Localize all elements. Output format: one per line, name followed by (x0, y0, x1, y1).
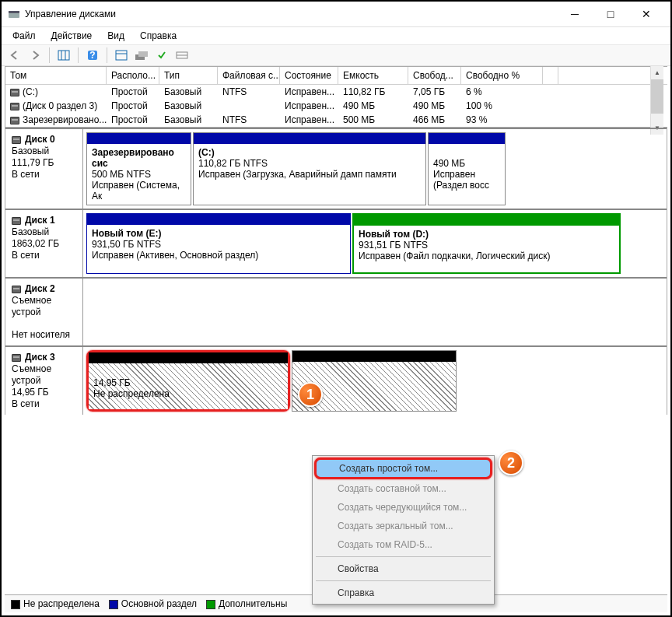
partition[interactable]: (C:)110,82 ГБ NTFSИсправен (Загрузка, Ав… (193, 132, 426, 205)
disk-label[interactable]: Диск 0Базовый111,79 ГБВ сети (5, 129, 83, 209)
col-layout[interactable]: Располо... (107, 67, 159, 84)
ctx-create-spanned: Создать составной том... (314, 479, 492, 498)
partition[interactable]: 490 МБИсправен (Раздел восс (428, 132, 506, 205)
partition[interactable]: Зарезервировано сис500 МБ NTFSИсправен (… (86, 132, 191, 205)
menubar: Файл Действие Вид Справка (2, 27, 670, 44)
disk-row: Диск 3Съемное устрой14,95 ГБВ сети 14,95… (5, 345, 667, 415)
partition-body: Новый том (D:)931,51 ГБ NTFSИсправен (Фа… (354, 226, 619, 272)
ctx-create-striped: Создать чередующийся том... (314, 498, 492, 517)
menu-help[interactable]: Справка (134, 29, 183, 43)
disk-label[interactable]: Диск 1Базовый1863,02 ГБВ сети (5, 210, 83, 277)
ctx-create-simple-volume[interactable]: Создать простой том... (314, 457, 492, 479)
minimize-button[interactable]: ─ (557, 2, 593, 26)
partition-bar (89, 352, 288, 363)
app-icon (8, 8, 20, 20)
table-header: Том Располо... Тип Файловая с... Состоян… (5, 67, 667, 85)
toolbar-btn-3[interactable] (133, 47, 150, 64)
annotation-badge-1: 1 (298, 382, 323, 407)
partition-bar (194, 133, 425, 144)
table-row[interactable]: (C:)ПростойБазовыйNTFSИсправен...110,82 … (5, 85, 667, 99)
col-volume[interactable]: Том (5, 67, 107, 84)
context-menu: Создать простой том... Создать составной… (312, 455, 495, 605)
menu-view[interactable]: Вид (101, 29, 131, 43)
partition-bar (87, 133, 191, 144)
ctx-create-raid5: Создать том RAID-5... (314, 535, 492, 554)
partition-body: 490 МБИсправен (Раздел восс (429, 144, 505, 205)
toolbar-btn-5[interactable] (173, 47, 191, 64)
col-free[interactable]: Свобод... (408, 67, 461, 84)
forward-button[interactable] (26, 47, 44, 64)
col-fs[interactable]: Файловая с... (218, 67, 280, 84)
partition[interactable]: 14,95 ГБНе распределена (86, 350, 290, 412)
ctx-properties[interactable]: Свойства (314, 559, 492, 578)
svg-text:?: ? (89, 50, 95, 61)
menu-action[interactable]: Действие (45, 29, 99, 43)
disk-partitions: Зарезервировано сис500 МБ NTFSИсправен (… (83, 129, 667, 209)
svg-rect-1 (9, 11, 19, 13)
disk-partitions: 14,95 ГБНе распределена (83, 347, 667, 415)
toolbar: ? (2, 44, 670, 66)
annotation-badge-2: 2 (499, 450, 523, 475)
toolbar-btn-1[interactable] (55, 47, 72, 64)
svg-rect-7 (116, 51, 127, 60)
toolbar-btn-4[interactable] (153, 47, 170, 64)
svg-rect-10 (138, 51, 148, 57)
ctx-create-mirrored: Создать зеркальный том... (314, 517, 492, 535)
table-scrollbar[interactable]: ▲ ▼ (650, 66, 663, 135)
partition-bar (87, 214, 350, 225)
partition-body: Зарезервировано сис500 МБ NTFSИсправен (… (87, 144, 191, 205)
menu-file[interactable]: Файл (6, 29, 42, 43)
ctx-help[interactable]: Справка (314, 584, 492, 602)
disk-row: Диск 0Базовый111,79 ГБВ сетиЗарезервиров… (5, 128, 667, 209)
maximize-button[interactable]: □ (593, 2, 628, 26)
col-type[interactable]: Тип (159, 67, 218, 84)
disk-partitions: Новый том (E:)931,50 ГБ NTFSИсправен (Ак… (83, 210, 667, 277)
disk-label[interactable]: Диск 2Съемное устройНет носителя (5, 279, 83, 345)
partition-body: 14,95 ГБНе распределена (89, 363, 288, 409)
col-status[interactable]: Состояние (280, 67, 338, 84)
close-button[interactable]: ✕ (628, 2, 664, 26)
col-pct[interactable]: Свободно % (461, 67, 543, 84)
svg-rect-2 (58, 51, 69, 60)
partition-bar (429, 133, 505, 144)
disk-row: Диск 2Съемное устройНет носителя (5, 277, 667, 345)
disk-label[interactable]: Диск 3Съемное устрой14,95 ГБВ сети (5, 347, 83, 415)
partition-body: (C:)110,82 ГБ NTFSИсправен (Загрузка, Ав… (194, 144, 425, 205)
toolbar-btn-2[interactable] (113, 47, 130, 64)
table-row[interactable]: (Диск 0 раздел 3)ПростойБазовыйИсправен.… (5, 99, 667, 113)
partition[interactable]: Новый том (D:)931,51 ГБ NTFSИсправен (Фа… (352, 213, 621, 274)
table-row[interactable]: Зарезервировано...ПростойБазовыйNTFSИспр… (5, 113, 667, 127)
disk-row: Диск 1Базовый1863,02 ГБВ сетиНовый том (… (5, 209, 667, 277)
partition-body: Новый том (E:)931,50 ГБ NTFSИсправен (Ак… (87, 225, 350, 273)
titlebar: Управление дисками ─ □ ✕ (2, 2, 670, 27)
legend-extended: Дополнительны (206, 598, 287, 609)
back-button[interactable] (6, 47, 23, 64)
help-button[interactable]: ? (84, 47, 101, 64)
legend-unalloc: Не распределена (11, 598, 100, 609)
volume-table: Том Располо... Тип Файловая с... Состоян… (5, 66, 667, 128)
partition[interactable]: Новый том (E:)931,50 ГБ NTFSИсправен (Ак… (86, 213, 351, 274)
partition-bar (354, 215, 619, 226)
legend-primary: Основной раздел (109, 598, 197, 609)
window-title: Управление дисками (25, 9, 557, 19)
col-capacity[interactable]: Емкость (338, 67, 408, 84)
disk-partitions (83, 279, 667, 345)
